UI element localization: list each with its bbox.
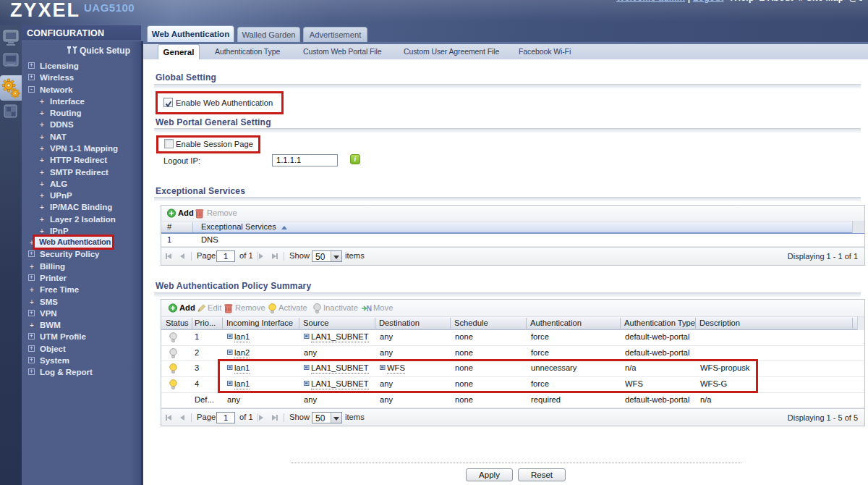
svg-text:N: N [367,304,373,313]
